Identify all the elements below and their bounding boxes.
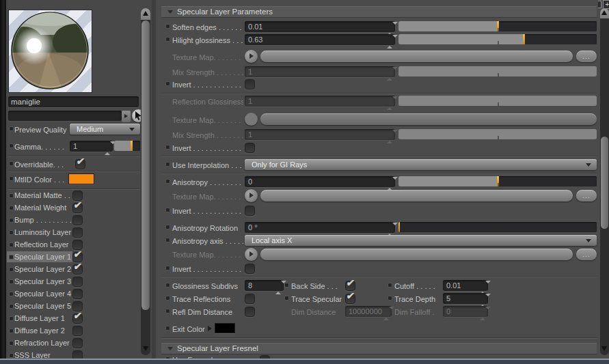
cutoff-dot — [388, 283, 392, 288]
layer-row-material-weight[interactable]: Material Weight✔ — [6, 203, 143, 215]
layer-row-refraction-layer[interactable]: Refraction Layer — [6, 338, 143, 350]
left-scrollbar-thumb[interactable] — [141, 20, 150, 310]
section-header-specular-parameters[interactable]: Specular Layer Parameters — [161, 6, 597, 18]
trace-specular-dot — [284, 296, 289, 300]
chevron-down-icon — [586, 163, 591, 167]
back-side-checkbox[interactable]: ✔ — [345, 281, 355, 291]
trace-depth-field[interactable]: 5 — [443, 293, 488, 304]
texture-map-3-label: Texture Map. . . . . . . — [172, 192, 243, 201]
gamma-stepper[interactable] — [105, 143, 110, 154]
overridable-dot — [9, 161, 14, 166]
cutoff-stepper[interactable] — [480, 282, 485, 293]
layer-checkbox[interactable] — [72, 338, 83, 348]
layer-row-sss-layer[interactable]: SSS Layer — [6, 350, 143, 359]
layer-label: Refraction Layer — [14, 338, 72, 348]
cutoff-field[interactable]: 0.01 — [443, 280, 488, 291]
layer-row-specular-layer-3[interactable]: Specular Layer 3 — [6, 277, 143, 289]
anisotropy-field[interactable]: 0 — [245, 176, 395, 187]
slider-notch — [498, 102, 499, 106]
texture-map-1-field[interactable] — [260, 51, 573, 62]
layer-checkbox[interactable] — [72, 227, 83, 238]
anisotropy-axis-dropdown[interactable]: Local axis X — [245, 235, 597, 246]
mtlid-color-swatch[interactable] — [68, 173, 94, 184]
right-scrollbar-thumb[interactable] — [601, 137, 608, 229]
invert-2-checkbox[interactable] — [245, 143, 255, 153]
layer-checkbox[interactable] — [72, 215, 83, 225]
layer-row-specular-layer-4[interactable]: Specular Layer 4 — [6, 289, 143, 301]
back-side-dot — [284, 283, 289, 288]
anisotropy-rotation-field[interactable]: 0 ° — [245, 222, 395, 233]
trace-specular-checkbox[interactable]: ✔ — [345, 294, 355, 304]
overridable-checkbox[interactable]: ✔ — [75, 159, 85, 169]
reflection-glossiness-field: 1 — [245, 96, 395, 107]
glossiness-subdivs-stepper[interactable] — [275, 282, 281, 293]
texture-map-3-popup-button[interactable] — [245, 189, 258, 202]
texture-map-4-popup-button[interactable] — [245, 248, 258, 261]
layer-checkbox[interactable] — [72, 326, 83, 336]
material-name-input[interactable] — [8, 96, 139, 107]
texture-map-4-field[interactable] — [260, 249, 573, 260]
layer-dot — [9, 304, 14, 309]
shader-link-field[interactable] — [8, 111, 122, 121]
scroll-down-arrow-icon[interactable] — [601, 346, 607, 351]
invert-3-label: Invert . . . . . . . . . . . . — [172, 206, 243, 216]
gamma-field[interactable]: 1 — [70, 141, 113, 152]
layer-checkbox[interactable] — [72, 350, 83, 359]
section-header-specular-fresnel[interactable]: Specular Layer Fresnel — [161, 343, 597, 354]
hilight-glossiness-slider[interactable] — [398, 34, 597, 44]
chevron-down-icon — [586, 239, 591, 242]
layer-row-diffuse-layer-2[interactable]: Diffuse Layer 2 — [6, 326, 143, 338]
layer-checkbox[interactable]: ✔ — [72, 203, 83, 213]
hilight-glossiness-field[interactable]: 0.63 — [245, 34, 395, 45]
texture-map-4-browse-button[interactable]: ... — [576, 249, 597, 260]
layer-row-bump[interactable]: Bump . . . . . . . . . — [6, 215, 143, 227]
exit-color-expand-icon[interactable] — [208, 326, 212, 331]
gamma-slider-fill — [114, 141, 131, 151]
gamma-slider[interactable] — [114, 141, 140, 151]
layer-checkbox[interactable]: ✔ — [72, 264, 83, 275]
soften-edges-stepper[interactable] — [387, 23, 392, 34]
preview-quality-dropdown[interactable]: Medium — [70, 124, 140, 135]
dim-distance-value: 10000000 — [349, 307, 382, 316]
glossiness-subdivs-field[interactable]: 8 — [245, 280, 284, 291]
exit-color-swatch[interactable] — [215, 323, 235, 333]
glossiness-subdivs-label: Glossiness Subdivs — [172, 281, 242, 291]
invert-4-checkbox[interactable] — [245, 264, 255, 274]
anisotropy-rotation-stepper[interactable] — [387, 224, 392, 235]
invert-3-checkbox[interactable] — [245, 206, 255, 216]
preview-quality-dot — [9, 126, 14, 131]
texture-map-1-browse-button[interactable]: ... — [576, 51, 597, 62]
soften-edges-slider[interactable] — [398, 21, 597, 31]
trace-depth-label: Trace Depth — [394, 294, 441, 304]
trace-depth-value: 5 — [446, 294, 450, 303]
anisotropy-slider[interactable] — [398, 176, 597, 186]
check-mark-icon: ✔ — [73, 310, 83, 321]
hilight-glossiness-stepper[interactable] — [387, 36, 392, 47]
refl-dim-distance-checkbox[interactable] — [245, 307, 255, 317]
anisotropy-stepper[interactable] — [387, 178, 392, 189]
shader-popup-button[interactable] — [122, 111, 131, 122]
scroll-down-arrow-icon[interactable] — [143, 346, 148, 351]
invert-1-checkbox[interactable] — [245, 79, 255, 89]
trace-reflections-checkbox[interactable] — [245, 294, 255, 304]
layer-label: Luminosity Layer — [14, 227, 72, 237]
texture-map-2-popup-button — [245, 113, 258, 126]
layer-row-luminosity-layer[interactable]: Luminosity Layer — [6, 227, 143, 240]
mix-strength-2-field: 1 — [245, 129, 395, 140]
soften-edges-field[interactable]: 0.01 — [245, 21, 395, 32]
texture-map-3-browse-button[interactable]: ... — [576, 190, 597, 201]
layer-row-specular-layer-2[interactable]: Specular Layer 2✔ — [6, 264, 143, 277]
layer-checkbox[interactable]: ✔ — [72, 313, 83, 324]
use-interpolation-dropdown[interactable]: Only for GI Rays — [245, 159, 597, 170]
material-preview[interactable] — [8, 10, 92, 93]
texture-map-3-field[interactable] — [260, 190, 573, 201]
layer-row-diffuse-layer-1[interactable]: Diffuse Layer 1✔ — [6, 313, 143, 326]
trace-depth-stepper[interactable] — [480, 295, 485, 306]
soften-edges-dot — [165, 24, 170, 29]
anisotropy-rotation-slider[interactable] — [398, 222, 597, 232]
separator — [8, 171, 140, 172]
layer-checkbox[interactable] — [72, 277, 83, 287]
layer-checkbox[interactable] — [72, 289, 83, 299]
anisotropy-axis-value: Local axis X — [252, 236, 292, 244]
texture-map-1-popup-button[interactable] — [245, 50, 258, 63]
